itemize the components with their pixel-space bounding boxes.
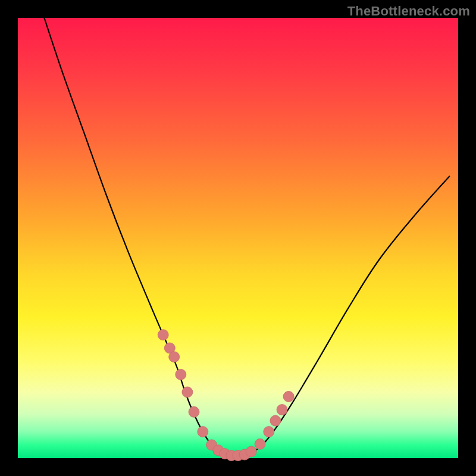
marker-group [158,330,294,461]
data-marker [283,391,294,402]
data-marker [255,439,265,449]
data-marker [270,415,281,426]
data-marker [169,352,180,362]
data-marker [189,406,199,417]
data-marker [246,446,256,457]
bottleneck-curve [44,18,449,456]
chart-svg [18,18,458,458]
data-marker [264,427,274,437]
data-marker [198,427,208,437]
watermark-text: TheBottleneck.com [347,4,470,19]
data-marker [158,330,168,340]
data-marker [182,387,193,397]
chart-plot-area [18,18,458,458]
data-marker [277,405,287,415]
data-marker [176,369,186,380]
